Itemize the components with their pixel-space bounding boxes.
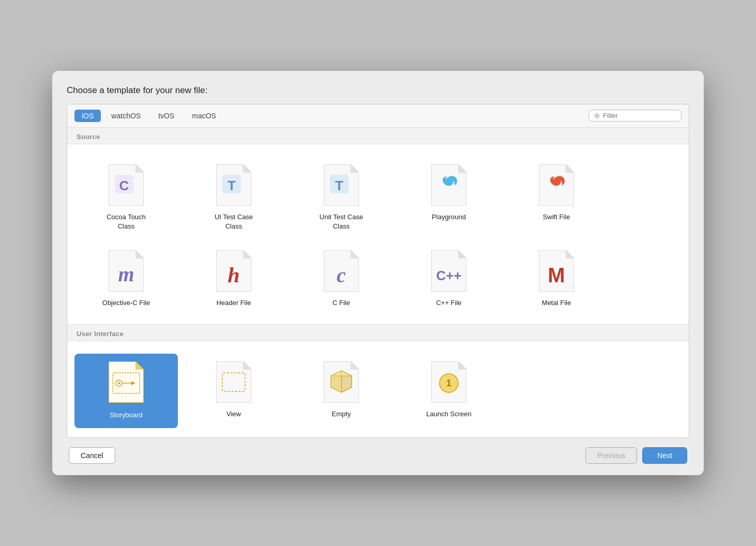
svg-text:m: m bbox=[118, 263, 134, 286]
tab-bar: iOS watchOS tvOS macOS ⊜ bbox=[67, 104, 689, 128]
launch-screen-label: Launch Screen bbox=[426, 410, 471, 419]
item-unit-test-case-class[interactable]: T Unit Test CaseClass bbox=[290, 157, 393, 238]
c-file-label: C File bbox=[332, 298, 350, 308]
objc-file-label: Objective-C File bbox=[102, 298, 150, 308]
view-icon bbox=[213, 359, 254, 405]
unit-test-case-class-label: Unit Test CaseClass bbox=[320, 213, 363, 231]
svg-marker-1 bbox=[135, 164, 144, 173]
empty-icon bbox=[321, 359, 362, 405]
item-swift-file[interactable]: Swift File bbox=[505, 157, 608, 238]
item-c-file[interactable]: c C File bbox=[290, 242, 393, 315]
tab-tvos[interactable]: tvOS bbox=[151, 110, 182, 122]
source-section-header: Source bbox=[67, 128, 689, 144]
svg-text:T: T bbox=[228, 178, 236, 193]
cpp-file-label: C++ File bbox=[436, 298, 461, 308]
item-view[interactable]: View bbox=[182, 354, 285, 428]
ui-items-grid: Storyboard View bbox=[67, 341, 689, 437]
swift-file-icon bbox=[536, 162, 577, 208]
c-file-icon: c bbox=[321, 248, 362, 294]
header-file-icon: h bbox=[213, 248, 254, 294]
main-panel: iOS watchOS tvOS macOS ⊜ Source bbox=[67, 104, 689, 438]
source-items-grid: C Cocoa TouchClass T bbox=[67, 144, 689, 325]
empty-label: Empty bbox=[332, 410, 351, 419]
item-empty[interactable]: Empty bbox=[290, 354, 393, 428]
item-launch-screen[interactable]: 1 Launch Screen bbox=[397, 354, 501, 428]
dialog-title: Choose a template for your new file: bbox=[67, 85, 689, 96]
metal-file-icon: M bbox=[536, 248, 577, 294]
storyboard-icon bbox=[105, 359, 147, 405]
launch-screen-icon: 1 bbox=[428, 359, 470, 405]
item-cocoa-touch-class[interactable]: C Cocoa TouchClass bbox=[74, 157, 178, 238]
tab-macos[interactable]: macOS bbox=[185, 110, 223, 122]
cpp-file-icon: C++ bbox=[428, 248, 470, 294]
item-playground[interactable]: Playground bbox=[397, 157, 501, 238]
cancel-button[interactable]: Cancel bbox=[69, 447, 115, 464]
tab-watchos[interactable]: watchOS bbox=[104, 110, 148, 122]
tab-ios[interactable]: iOS bbox=[74, 110, 101, 122]
filter-icon: ⊜ bbox=[594, 112, 600, 119]
item-storyboard[interactable]: Storyboard bbox=[74, 354, 178, 428]
ui-test-case-class-label: UI Test CaseClass bbox=[215, 213, 253, 231]
source-section: Source C Cocoa TouchClass bbox=[67, 128, 689, 325]
svg-text:C: C bbox=[119, 178, 129, 193]
user-interface-section: User Interface bbox=[67, 325, 689, 437]
svg-text:C++: C++ bbox=[436, 268, 461, 283]
swift-file-label: Swift File bbox=[543, 213, 570, 222]
item-objc-file[interactable]: m Objective-C File bbox=[74, 242, 178, 315]
item-cpp-file[interactable]: C++ C++ File bbox=[397, 242, 501, 315]
item-ui-test-case-class[interactable]: T UI Test CaseClass bbox=[182, 157, 285, 238]
playground-label: Playground bbox=[432, 213, 466, 222]
svg-marker-20 bbox=[243, 250, 251, 259]
item-header-file[interactable]: h Header File bbox=[182, 242, 285, 315]
next-button[interactable]: Next bbox=[642, 447, 687, 464]
storyboard-label: Storyboard bbox=[105, 410, 147, 421]
ui-test-case-class-icon: T bbox=[213, 162, 254, 208]
svg-text:M: M bbox=[548, 264, 565, 286]
previous-button[interactable]: Previous bbox=[585, 447, 637, 464]
metal-file-label: Metal File bbox=[542, 298, 571, 308]
svg-marker-42 bbox=[351, 361, 359, 370]
cocoa-touch-class-label: Cocoa TouchClass bbox=[107, 213, 146, 231]
svg-text:c: c bbox=[337, 264, 346, 287]
item-metal-file[interactable]: M Metal File bbox=[505, 242, 608, 315]
unit-test-case-class-icon: T bbox=[321, 162, 362, 208]
svg-marker-50 bbox=[458, 361, 466, 370]
objc-file-icon: m bbox=[105, 248, 147, 294]
user-interface-section-header: User Interface bbox=[67, 325, 689, 341]
svg-marker-17 bbox=[135, 250, 144, 259]
svg-text:h: h bbox=[228, 263, 239, 287]
view-label: View bbox=[226, 410, 241, 419]
header-file-label: Header File bbox=[216, 298, 251, 308]
svg-point-35 bbox=[118, 382, 120, 384]
svg-text:T: T bbox=[335, 178, 343, 193]
button-group: Previous Next bbox=[585, 447, 687, 464]
filter-input[interactable] bbox=[603, 112, 675, 119]
new-file-dialog: Choose a template for your new file: iOS… bbox=[52, 71, 704, 476]
playground-icon bbox=[428, 162, 470, 208]
svg-marker-5 bbox=[243, 164, 251, 173]
svg-text:1: 1 bbox=[446, 378, 451, 388]
dialog-footer: Cancel Previous Next bbox=[67, 447, 689, 464]
cocoa-touch-class-icon: C bbox=[105, 162, 147, 208]
filter-box: ⊜ bbox=[588, 110, 682, 122]
